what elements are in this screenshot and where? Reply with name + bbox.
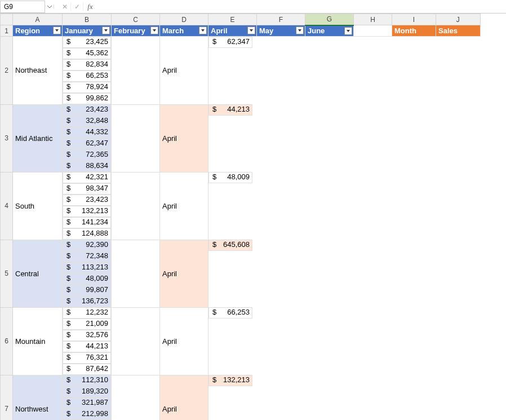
filter-dropdown-icon[interactable] bbox=[53, 26, 61, 34]
column-header-B[interactable]: B bbox=[63, 14, 112, 25]
cell-G1[interactable]: June bbox=[305, 25, 354, 37]
cell-E4[interactable]: $132,213 bbox=[63, 206, 111, 217]
cell-B4[interactable]: $42,321 bbox=[63, 172, 111, 183]
cell-C7[interactable]: $189,320 bbox=[63, 386, 111, 397]
row-header-7[interactable]: 7 bbox=[1, 375, 13, 420]
spreadsheet-grid[interactable]: ABCDEFGHIJ1RegionJanuaryFebruaryMarchApr… bbox=[0, 14, 506, 420]
cell-B3[interactable]: $23,423 bbox=[63, 104, 111, 116]
row-header-5[interactable]: 5 bbox=[1, 240, 13, 307]
cell-A6[interactable]: Mountain bbox=[13, 307, 63, 375]
cell-G3[interactable]: $88,634 bbox=[63, 161, 111, 172]
column-header-D[interactable]: D bbox=[160, 14, 208, 25]
cell-C5[interactable]: $72,348 bbox=[63, 251, 111, 262]
cell-H5[interactable] bbox=[112, 240, 160, 307]
cell-J1[interactable]: Sales bbox=[436, 25, 481, 37]
cell-G4[interactable]: $124,888 bbox=[63, 228, 111, 240]
cell-H7[interactable] bbox=[112, 375, 160, 420]
cell-I7[interactable]: April bbox=[160, 375, 208, 420]
cell-H4[interactable] bbox=[112, 172, 160, 240]
name-box-value: G9 bbox=[4, 3, 13, 11]
cell-E5[interactable]: $48,009 bbox=[63, 273, 111, 285]
formula-bar: G9 ✕ ✓ fx bbox=[0, 0, 506, 14]
cell-J5[interactable]: $645,608 bbox=[208, 240, 252, 251]
cell-I6[interactable]: April bbox=[160, 307, 208, 375]
cell-J3[interactable]: $44,213 bbox=[208, 104, 252, 116]
filter-dropdown-icon[interactable] bbox=[102, 26, 110, 34]
filter-dropdown-icon[interactable] bbox=[296, 26, 304, 34]
cell-D2[interactable]: $82,834 bbox=[63, 59, 111, 70]
cell-B5[interactable]: $92,390 bbox=[63, 240, 111, 251]
cell-I1[interactable]: Month bbox=[392, 25, 436, 37]
cell-J6[interactable]: $66,253 bbox=[208, 307, 252, 319]
cell-A4[interactable]: South bbox=[13, 172, 63, 240]
cell-H3[interactable] bbox=[112, 104, 160, 172]
cell-F1[interactable]: May bbox=[257, 25, 305, 37]
cell-H1[interactable] bbox=[354, 25, 392, 37]
name-box-dropdown[interactable] bbox=[45, 5, 54, 9]
cell-A5[interactable]: Central bbox=[13, 240, 63, 307]
cell-A2[interactable]: Northeast bbox=[13, 37, 63, 105]
column-header-E[interactable]: E bbox=[208, 14, 257, 25]
row-header-4[interactable]: 4 bbox=[1, 172, 13, 240]
cell-A3[interactable]: Mid Atlantic bbox=[13, 104, 63, 172]
cell-D5[interactable]: $113,213 bbox=[63, 262, 111, 273]
cell-E1[interactable]: April bbox=[208, 25, 257, 37]
cell-A1[interactable]: Region bbox=[13, 25, 63, 37]
select-all-corner[interactable] bbox=[1, 14, 13, 25]
cell-B2[interactable]: $23,425 bbox=[63, 37, 111, 48]
cell-H2[interactable] bbox=[112, 37, 160, 105]
column-header-A[interactable]: A bbox=[13, 14, 63, 25]
cell-C1[interactable]: February bbox=[112, 25, 160, 37]
column-header-I[interactable]: I bbox=[392, 14, 436, 25]
cell-C6[interactable]: $21,009 bbox=[63, 319, 111, 330]
cell-G6[interactable]: $87,642 bbox=[63, 364, 111, 375]
column-header-H[interactable]: H bbox=[354, 14, 392, 25]
cell-D1[interactable]: March bbox=[160, 25, 208, 37]
cell-A7[interactable]: Northwest bbox=[13, 375, 63, 420]
cell-F2[interactable]: $78,924 bbox=[63, 82, 111, 93]
cell-D4[interactable]: $23,423 bbox=[63, 194, 111, 206]
cell-G2[interactable]: $99,862 bbox=[63, 93, 111, 104]
cell-E2[interactable]: $66,253 bbox=[63, 70, 111, 82]
cell-J4[interactable]: $48,009 bbox=[208, 172, 252, 183]
name-box[interactable]: G9 bbox=[0, 1, 45, 13]
cell-D6[interactable]: $32,576 bbox=[63, 330, 111, 341]
cell-J2[interactable]: $62,347 bbox=[208, 37, 252, 48]
cell-H6[interactable] bbox=[112, 307, 160, 375]
filter-dropdown-icon[interactable] bbox=[344, 27, 352, 35]
cell-F3[interactable]: $72,365 bbox=[63, 149, 111, 161]
cell-D7[interactable]: $321,987 bbox=[63, 397, 111, 409]
cell-F6[interactable]: $76,321 bbox=[63, 352, 111, 364]
cell-C4[interactable]: $98,347 bbox=[63, 183, 111, 194]
column-header-C[interactable]: C bbox=[112, 14, 160, 25]
cell-F4[interactable]: $141,234 bbox=[63, 217, 111, 228]
fx-icon[interactable]: fx bbox=[83, 2, 97, 11]
cell-G5[interactable]: $136,723 bbox=[63, 296, 111, 307]
filter-dropdown-icon[interactable] bbox=[199, 26, 207, 34]
formula-input[interactable] bbox=[97, 1, 506, 13]
cell-D3[interactable]: $44,332 bbox=[63, 127, 111, 138]
cell-E3[interactable]: $62,347 bbox=[63, 138, 111, 149]
column-header-J[interactable]: J bbox=[436, 14, 481, 25]
cell-I3[interactable]: April bbox=[160, 104, 208, 172]
column-header-G[interactable]: G bbox=[305, 14, 354, 25]
cell-B1[interactable]: January bbox=[63, 25, 112, 37]
filter-dropdown-icon[interactable] bbox=[150, 26, 158, 34]
cell-B6[interactable]: $12,232 bbox=[63, 307, 111, 319]
cell-I5[interactable]: April bbox=[160, 240, 208, 307]
cell-E6[interactable]: $44,213 bbox=[63, 341, 111, 352]
filter-dropdown-icon[interactable] bbox=[247, 26, 255, 34]
cell-F5[interactable]: $99,807 bbox=[63, 285, 111, 296]
row-header-3[interactable]: 3 bbox=[1, 104, 13, 172]
cell-B7[interactable]: $112,310 bbox=[63, 375, 111, 386]
row-header-1[interactable]: 1 bbox=[1, 25, 13, 37]
cell-I4[interactable]: April bbox=[160, 172, 208, 240]
cell-J7[interactable]: $132,213 bbox=[208, 375, 252, 386]
cell-C2[interactable]: $45,362 bbox=[63, 48, 111, 59]
row-header-6[interactable]: 6 bbox=[1, 307, 13, 375]
cell-C3[interactable]: $32,848 bbox=[63, 116, 111, 127]
cell-E7[interactable]: $212,998 bbox=[63, 409, 111, 420]
column-header-F[interactable]: F bbox=[257, 14, 305, 25]
row-header-2[interactable]: 2 bbox=[1, 37, 13, 105]
cell-I2[interactable]: April bbox=[160, 37, 208, 105]
